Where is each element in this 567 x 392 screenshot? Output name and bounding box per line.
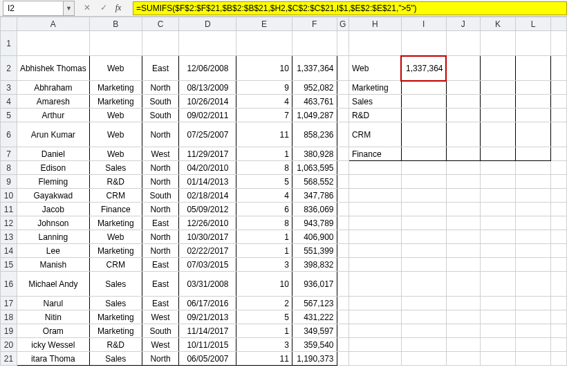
cell-I13[interactable] — [401, 230, 446, 244]
cell-K17[interactable] — [481, 297, 516, 310]
cell-E4[interactable]: 4 — [236, 95, 292, 109]
cell-F19[interactable]: 349,597 — [292, 324, 337, 338]
cell-G11[interactable] — [337, 203, 348, 216]
cell-E15[interactable]: 3 — [236, 258, 292, 272]
cell-B11[interactable]: Finance — [89, 203, 142, 216]
cell-I8[interactable] — [401, 161, 446, 175]
cell-B16[interactable]: Sales — [89, 272, 142, 297]
cell-D14[interactable]: 02/22/2017 — [179, 244, 236, 258]
cell-G14[interactable] — [337, 244, 348, 258]
formula-input[interactable] — [133, 1, 567, 15]
cell-D9[interactable]: 01/14/2013 — [179, 175, 236, 189]
cell-A4[interactable]: Amaresh — [17, 95, 89, 109]
cell-H2[interactable]: Web — [348, 56, 401, 81]
cell-B20[interactable]: R&D — [89, 338, 142, 352]
col-head-blank[interactable] — [551, 17, 567, 31]
cell-J15[interactable] — [446, 258, 481, 272]
cell-J9[interactable] — [446, 175, 481, 189]
cell-K15[interactable] — [481, 258, 516, 272]
cell-G21[interactable] — [337, 352, 348, 366]
cell-I6[interactable] — [401, 122, 446, 147]
cell-H9[interactable] — [348, 175, 401, 189]
cell-F4[interactable]: 463,761 — [292, 95, 337, 109]
cell-F7[interactable]: 380,928 — [292, 147, 337, 161]
cell-G17[interactable] — [337, 297, 348, 310]
cell-L6[interactable] — [515, 122, 550, 147]
cell-I11[interactable] — [401, 203, 446, 216]
col-head-G[interactable]: G — [337, 17, 348, 31]
cell-C16[interactable]: East — [142, 272, 179, 297]
cell-B8[interactable]: Sales — [89, 161, 142, 175]
cell-I5[interactable] — [401, 109, 446, 122]
cell-D8[interactable]: 04/20/2010 — [179, 161, 236, 175]
cell-J3[interactable] — [446, 81, 481, 95]
cell-G7[interactable] — [337, 147, 348, 161]
col-head-D[interactable]: D — [179, 17, 236, 31]
cell-I10[interactable] — [401, 189, 446, 203]
cell-J19[interactable] — [446, 324, 481, 338]
cell-B7[interactable]: Web — [89, 147, 142, 161]
cell-E12[interactable]: 8 — [236, 216, 292, 230]
cell-D7[interactable]: 11/29/2017 — [179, 147, 236, 161]
main-head-E[interactable]: Year Service — [236, 31, 292, 56]
cell-C9[interactable]: North — [142, 175, 179, 189]
cell-E21[interactable]: 11 — [236, 352, 292, 366]
cell-K18[interactable] — [481, 310, 516, 324]
col-head-L[interactable]: L — [515, 17, 550, 31]
fx-icon[interactable]: fx — [115, 3, 126, 13]
cell-B9[interactable]: R&D — [89, 175, 142, 189]
cell-F5[interactable]: 1,049,287 — [292, 109, 337, 122]
cell-L12[interactable] — [515, 216, 550, 230]
cell-C11[interactable]: North — [142, 203, 179, 216]
cell-B4[interactable]: Marketing — [89, 95, 142, 109]
main-head-B[interactable]: Department — [89, 31, 142, 56]
cell-E13[interactable]: 1 — [236, 230, 292, 244]
cell-D5[interactable]: 09/02/2011 — [179, 109, 236, 122]
cell-C7[interactable]: West — [142, 147, 179, 161]
cell-L11[interactable] — [515, 203, 550, 216]
cell-J10[interactable] — [446, 189, 481, 203]
cell-J14[interactable] — [446, 244, 481, 258]
row-head-18[interactable]: 18 — [1, 310, 17, 324]
cell-I19[interactable] — [401, 324, 446, 338]
cell-A10[interactable]: Gayakwad — [17, 189, 89, 203]
cell-I3[interactable] — [401, 81, 446, 95]
col-head-J[interactable]: J — [446, 17, 481, 31]
cell-L15[interactable] — [515, 258, 550, 272]
main-head-A[interactable]: Emp Name — [17, 31, 89, 56]
cell-D12[interactable]: 12/26/2010 — [179, 216, 236, 230]
cell-H11[interactable] — [348, 203, 401, 216]
cell-H18[interactable] — [348, 310, 401, 324]
cell-J13[interactable] — [446, 230, 481, 244]
cell-E7[interactable]: 1 — [236, 147, 292, 161]
cell-H13[interactable] — [348, 230, 401, 244]
cell-F12[interactable]: 943,789 — [292, 216, 337, 230]
cell-D11[interactable]: 05/09/2012 — [179, 203, 236, 216]
cell-J18[interactable] — [446, 310, 481, 324]
cell-L2[interactable] — [515, 56, 550, 81]
cell-K9[interactable] — [481, 175, 516, 189]
col-head-B[interactable]: B — [89, 17, 142, 31]
cell-F14[interactable]: 551,399 — [292, 244, 337, 258]
row-head-12[interactable]: 12 — [1, 216, 17, 230]
cell-G6[interactable] — [337, 122, 348, 147]
cell-A6[interactable]: Arun Kumar — [17, 122, 89, 147]
cell-J12[interactable] — [446, 216, 481, 230]
col-head-I[interactable]: I — [401, 17, 446, 31]
cell-H4[interactable]: Sales — [348, 95, 401, 109]
name-box[interactable]: I2 — [3, 1, 64, 16]
cell-L5[interactable] — [515, 109, 550, 122]
cell-J2[interactable] — [446, 56, 481, 81]
cell-I15[interactable] — [401, 258, 446, 272]
cell-E9[interactable]: 5 — [236, 175, 292, 189]
row-head-8[interactable]: 8 — [1, 161, 17, 175]
cell-A7[interactable]: Daniel — [17, 147, 89, 161]
cell-L21[interactable] — [515, 352, 550, 366]
cell-L8[interactable] — [515, 161, 550, 175]
cell-J16[interactable] — [446, 272, 481, 297]
cell-G2[interactable] — [337, 56, 348, 81]
cell-C17[interactable]: East — [142, 297, 179, 310]
cell-A18[interactable]: Nitin — [17, 310, 89, 324]
cell-E17[interactable]: 2 — [236, 297, 292, 310]
cell-A12[interactable]: Johnson — [17, 216, 89, 230]
